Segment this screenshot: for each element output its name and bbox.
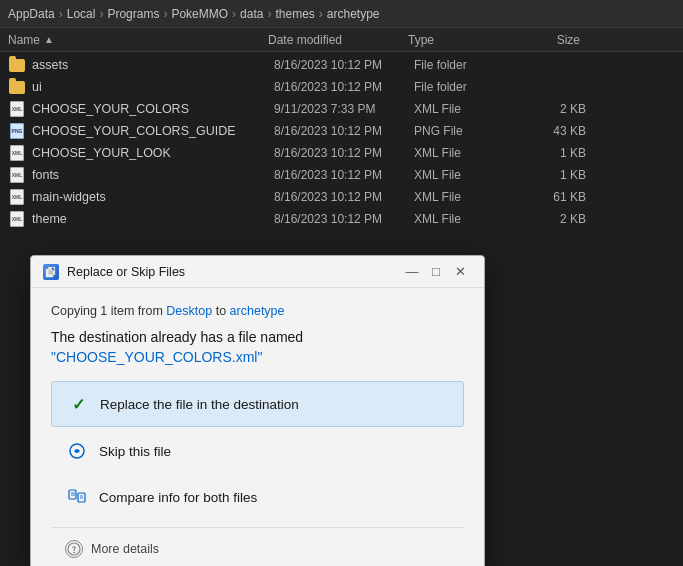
replace-option[interactable]: ✓ Replace the file in the destination: [51, 381, 464, 427]
close-button[interactable]: ✕: [448, 262, 472, 282]
file-modified: 8/16/2023 10:12 PM: [274, 124, 414, 138]
dest-link[interactable]: archetype: [230, 304, 285, 318]
file-type: XML File: [414, 190, 514, 204]
more-details-label: More details: [91, 542, 159, 556]
breadcrumb-item-3[interactable]: Programs: [107, 7, 159, 21]
table-row[interactable]: PNG CHOOSE_YOUR_COLORS_GUIDE 8/16/2023 1…: [0, 120, 683, 142]
file-name: theme: [32, 212, 274, 226]
xml-file-icon: XML: [8, 189, 26, 205]
skip-icon: [65, 439, 89, 463]
file-type: XML File: [414, 168, 514, 182]
dialog-title: Replace or Skip Files: [67, 265, 400, 279]
file-modified: 9/11/2023 7:33 PM: [274, 102, 414, 116]
file-size: 61 KB: [514, 190, 594, 204]
col-header-type[interactable]: Type: [408, 33, 508, 47]
more-details-row[interactable]: More details: [51, 532, 464, 564]
file-list: assets 8/16/2023 10:12 PM File folder ui…: [0, 52, 683, 232]
file-size: 1 KB: [514, 168, 594, 182]
svg-rect-5: [69, 490, 76, 499]
svg-rect-6: [78, 493, 85, 502]
breadcrumb-item-1[interactable]: AppData: [8, 7, 55, 21]
dialog-body: Copying 1 item from Desktop to archetype…: [31, 288, 484, 566]
file-modified: 8/16/2023 10:12 PM: [274, 190, 414, 204]
png-file-icon: PNG: [8, 123, 26, 139]
file-name: fonts: [32, 168, 274, 182]
dialog-message: The destination already has a file named…: [51, 328, 464, 367]
folder-file-icon: [8, 79, 26, 95]
col-header-modified[interactable]: Date modified: [268, 33, 408, 47]
file-modified: 8/16/2023 10:12 PM: [274, 58, 414, 72]
table-row[interactable]: XML theme 8/16/2023 10:12 PM XML File 2 …: [0, 208, 683, 230]
folder-file-icon: [8, 57, 26, 73]
dialog-filename: "CHOOSE_YOUR_COLORS.xml": [51, 349, 262, 365]
file-type: File folder: [414, 80, 514, 94]
file-name: ui: [32, 80, 274, 94]
file-size: 43 KB: [514, 124, 594, 138]
table-row[interactable]: ui 8/16/2023 10:12 PM File folder: [0, 76, 683, 98]
file-name: CHOOSE_YOUR_COLORS_GUIDE: [32, 124, 274, 138]
replace-skip-dialog: Replace or Skip Files — □ ✕ Copying 1 it…: [30, 255, 485, 566]
breadcrumb: AppData › Local › Programs › PokeMMO › d…: [0, 0, 683, 28]
file-type: XML File: [414, 146, 514, 160]
file-modified: 8/16/2023 10:12 PM: [274, 212, 414, 226]
table-row[interactable]: XML main-widgets 8/16/2023 10:12 PM XML …: [0, 186, 683, 208]
col-header-size[interactable]: Size: [508, 33, 588, 47]
sort-arrow-icon: ▲: [44, 34, 54, 45]
dialog-titlebar: Replace or Skip Files — □ ✕: [31, 256, 484, 288]
column-headers: Name ▲ Date modified Type Size: [0, 28, 683, 52]
file-type: XML File: [414, 212, 514, 226]
file-type: XML File: [414, 102, 514, 116]
breadcrumb-item-2[interactable]: Local: [67, 7, 96, 21]
divider: [51, 527, 464, 528]
table-row[interactable]: XML CHOOSE_YOUR_LOOK 8/16/2023 10:12 PM …: [0, 142, 683, 164]
file-size: 1 KB: [514, 146, 594, 160]
copying-info: Copying 1 item from Desktop to archetype: [51, 304, 464, 318]
compare-option[interactable]: Compare info for both files: [51, 475, 464, 519]
xml-file-icon: XML: [8, 167, 26, 183]
table-row[interactable]: assets 8/16/2023 10:12 PM File folder: [0, 54, 683, 76]
breadcrumb-item-5[interactable]: data: [240, 7, 263, 21]
file-modified: 8/16/2023 10:12 PM: [274, 146, 414, 160]
col-header-name[interactable]: Name ▲: [8, 33, 268, 47]
minimize-button[interactable]: —: [400, 262, 424, 282]
breadcrumb-item-7[interactable]: archetype: [327, 7, 380, 21]
xml-file-icon: XML: [8, 145, 26, 161]
svg-point-12: [73, 552, 75, 554]
source-link[interactable]: Desktop: [166, 304, 212, 318]
breadcrumb-item-6[interactable]: themes: [275, 7, 314, 21]
dialog-app-icon: [43, 264, 59, 280]
file-modified: 8/16/2023 10:12 PM: [274, 80, 414, 94]
file-type: File folder: [414, 58, 514, 72]
compare-icon: [65, 485, 89, 509]
file-name: main-widgets: [32, 190, 274, 204]
file-name: CHOOSE_YOUR_COLORS: [32, 102, 274, 116]
file-size: 2 KB: [514, 212, 594, 226]
xml-file-icon: XML: [8, 101, 26, 117]
maximize-button[interactable]: □: [424, 262, 448, 282]
file-size: 2 KB: [514, 102, 594, 116]
dialog-options: ✓ Replace the file in the destination Sk…: [51, 381, 464, 519]
skip-label: Skip this file: [99, 444, 171, 459]
compare-label: Compare info for both files: [99, 490, 257, 505]
table-row[interactable]: XML CHOOSE_YOUR_COLORS 9/11/2023 7:33 PM…: [0, 98, 683, 120]
replace-label: Replace the file in the destination: [100, 397, 299, 412]
table-row[interactable]: XML fonts 8/16/2023 10:12 PM XML File 1 …: [0, 164, 683, 186]
file-modified: 8/16/2023 10:12 PM: [274, 168, 414, 182]
check-icon: ✓: [66, 392, 90, 416]
file-type: PNG File: [414, 124, 514, 138]
xml-file-icon: XML: [8, 211, 26, 227]
more-details-icon: [65, 540, 83, 558]
file-name: CHOOSE_YOUR_LOOK: [32, 146, 274, 160]
file-name: assets: [32, 58, 274, 72]
skip-option[interactable]: Skip this file: [51, 429, 464, 473]
breadcrumb-item-4[interactable]: PokeMMO: [171, 7, 228, 21]
